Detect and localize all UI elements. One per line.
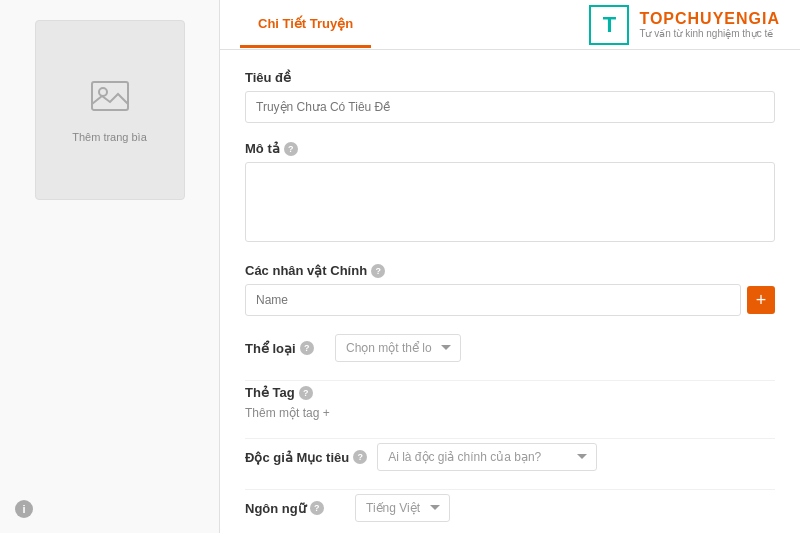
the-loai-select[interactable]: Chọn một thể lo [335, 334, 461, 362]
tabs-container: Chi Tiết Truyện [240, 2, 371, 48]
brand-logo: T [589, 5, 629, 45]
ngon-ngu-help-icon[interactable]: ? [310, 501, 324, 515]
nhan-vat-input[interactable] [245, 284, 741, 316]
info-icon[interactable]: i [15, 500, 33, 518]
svg-point-1 [99, 88, 107, 96]
doc-gia-row: Độc giả Mục tiêu ? Ai là độc giả chính c… [245, 443, 775, 471]
the-loai-group: Thể loại ? Chọn một thể lo [245, 334, 775, 362]
sidebar: Thêm trang bìa i [0, 0, 220, 533]
mo-ta-group: Mô tả ? [245, 141, 775, 245]
brand-text: TOPCHUYENGIA Tư vấn từ kinh nghiệm thực … [639, 10, 780, 39]
divider-3 [245, 489, 775, 490]
doc-gia-select[interactable]: Ai là độc giả chính của bạn? [377, 443, 597, 471]
cover-upload-label: Thêm trang bìa [72, 131, 147, 143]
tieu-de-label: Tiêu đề [245, 70, 775, 85]
app-container: Thêm trang bìa i Chi Tiết Truyện T TOPCH… [0, 0, 800, 533]
ngon-ngu-row: Ngôn ngữ ? Tiếng Việt [245, 494, 775, 522]
nhan-vat-help-icon[interactable]: ? [371, 264, 385, 278]
mo-ta-label: Mô tả ? [245, 141, 775, 156]
tab-chi-tiet-truyen[interactable]: Chi Tiết Truyện [240, 2, 371, 48]
brand-name: TOPCHUYENGIA [639, 10, 780, 28]
mo-ta-help-icon[interactable]: ? [284, 142, 298, 156]
the-tag-help-icon[interactable]: ? [299, 386, 313, 400]
the-loai-row: Thể loại ? Chọn một thể lo [245, 334, 775, 362]
ngon-ngu-group: Ngôn ngữ ? Tiếng Việt [245, 494, 775, 522]
cover-upload-area[interactable]: Thêm trang bìa [35, 20, 185, 200]
doc-gia-group: Độc giả Mục tiêu ? Ai là độc giả chính c… [245, 443, 775, 471]
tieu-de-group: Tiêu đề [245, 70, 775, 123]
brand-area: T TOPCHUYENGIA Tư vấn từ kinh nghiệm thự… [589, 5, 780, 45]
the-tag-add[interactable]: Thêm một tag + [245, 406, 775, 420]
divider-2 [245, 438, 775, 439]
nhan-vat-input-row: + [245, 284, 775, 316]
nhan-vat-label: Các nhân vật Chính ? [245, 263, 775, 278]
main-content: Chi Tiết Truyện T TOPCHUYENGIA Tư vấn từ… [220, 0, 800, 533]
nhan-vat-add-button[interactable]: + [747, 286, 775, 314]
the-tag-label: Thẻ Tag ? [245, 385, 775, 400]
header: Chi Tiết Truyện T TOPCHUYENGIA Tư vấn từ… [220, 0, 800, 50]
ngon-ngu-label: Ngôn ngữ ? [245, 501, 345, 516]
nhan-vat-group: Các nhân vật Chính ? + [245, 263, 775, 316]
mo-ta-textarea[interactable] [245, 162, 775, 242]
form-area: Tiêu đề Mô tả ? Các nhân vật Chính ? [220, 50, 800, 533]
brand-tagline: Tư vấn từ kinh nghiệm thực tế [639, 28, 780, 39]
tieu-de-input[interactable] [245, 91, 775, 123]
the-tag-group: Thẻ Tag ? Thêm một tag + [245, 385, 775, 420]
svg-rect-0 [92, 82, 128, 110]
image-icon [90, 78, 130, 123]
the-loai-label: Thể loại ? [245, 341, 325, 356]
the-loai-help-icon[interactable]: ? [300, 341, 314, 355]
divider-1 [245, 380, 775, 381]
doc-gia-label: Độc giả Mục tiêu ? [245, 450, 367, 465]
ngon-ngu-select[interactable]: Tiếng Việt [355, 494, 450, 522]
doc-gia-help-icon[interactable]: ? [353, 450, 367, 464]
